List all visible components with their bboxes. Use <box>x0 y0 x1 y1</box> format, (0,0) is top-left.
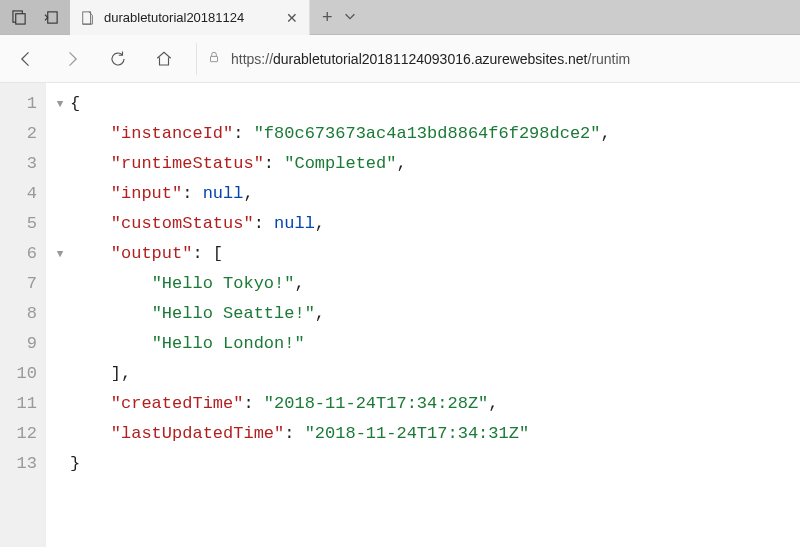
url-text: https://durabletutorial20181124093016.az… <box>231 51 630 67</box>
code-line: "runtimeStatus": "Completed", <box>52 149 800 179</box>
token-str: "Hello Tokyo!" <box>152 269 295 299</box>
code-line: "Hello Seattle!", <box>52 299 800 329</box>
new-tab-icon[interactable]: + <box>322 7 333 28</box>
token-str: "Hello Seattle!" <box>152 299 315 329</box>
json-viewer: 12345678910111213 ▼{ "instanceId": "f80c… <box>0 83 800 547</box>
line-number: 7 <box>0 269 37 299</box>
line-number: 10 <box>0 359 37 389</box>
token-key: "input" <box>111 179 182 209</box>
token-str: "Hello London!" <box>152 329 305 359</box>
token-str: "2018-11-24T17:34:31Z" <box>305 419 529 449</box>
address-bar[interactable]: https://durabletutorial20181124093016.az… <box>196 43 788 75</box>
line-gutter: 12345678910111213 <box>0 83 46 547</box>
nav-toolbar: https://durabletutorial20181124093016.az… <box>0 35 800 83</box>
line-number: 4 <box>0 179 37 209</box>
code-line: "createdTime": "2018-11-24T17:34:28Z", <box>52 389 800 419</box>
token-str: "Completed" <box>284 149 396 179</box>
code-line: } <box>52 449 800 479</box>
refresh-button[interactable] <box>104 45 132 73</box>
token-pun: { <box>70 89 80 119</box>
token-pun: ], <box>111 359 131 389</box>
lock-icon <box>207 50 221 67</box>
line-number: 12 <box>0 419 37 449</box>
token-str: "2018-11-24T17:34:28Z" <box>264 389 488 419</box>
token-nul: null <box>274 209 315 239</box>
token-pun: , <box>294 269 304 299</box>
code-line: ], <box>52 359 800 389</box>
tab-actions: + <box>310 0 369 34</box>
code-area[interactable]: ▼{ "instanceId": "f80c673673ac4a13bd8864… <box>46 83 800 547</box>
fold-toggle-icon[interactable]: ▼ <box>52 239 68 269</box>
browser-tab[interactable]: durabletutorial20181124 ✕ <box>70 0 310 35</box>
code-line: "Hello Tokyo!", <box>52 269 800 299</box>
token-pun: , <box>488 389 498 419</box>
svg-rect-4 <box>211 56 218 61</box>
token-key: "instanceId" <box>111 119 233 149</box>
code-line: "lastUpdatedTime": "2018-11-24T17:34:31Z… <box>52 419 800 449</box>
url-scheme: https:// <box>231 51 273 67</box>
set-aside-tabs-icon[interactable] <box>38 4 64 30</box>
titlebar: durabletutorial20181124 ✕ + <box>0 0 800 35</box>
window-controls <box>0 0 70 34</box>
token-key: "customStatus" <box>111 209 254 239</box>
line-number: 11 <box>0 389 37 419</box>
tabs-aside-icon[interactable] <box>6 4 32 30</box>
line-number: 6 <box>0 239 37 269</box>
token-key: "lastUpdatedTime" <box>111 419 284 449</box>
code-line: ▼ "output": [ <box>52 239 800 269</box>
token-pun: : <box>264 149 284 179</box>
token-pun: , <box>243 179 253 209</box>
line-number: 1 <box>0 89 37 119</box>
code-line: "instanceId": "f80c673673ac4a13bd8864f6f… <box>52 119 800 149</box>
token-pun: : <box>284 419 304 449</box>
line-number: 5 <box>0 209 37 239</box>
code-line: "customStatus": null, <box>52 209 800 239</box>
code-line: ▼{ <box>52 89 800 119</box>
back-button[interactable] <box>12 45 40 73</box>
token-pun: : <box>243 389 263 419</box>
token-pun: , <box>315 209 325 239</box>
svg-rect-2 <box>47 11 56 22</box>
close-tab-icon[interactable]: ✕ <box>283 9 301 27</box>
token-pun: : <box>182 179 202 209</box>
forward-button[interactable] <box>58 45 86 73</box>
svg-rect-1 <box>15 13 24 23</box>
tab-title: durabletutorial20181124 <box>104 10 275 25</box>
line-number: 8 <box>0 299 37 329</box>
token-pun: , <box>396 149 406 179</box>
line-number: 3 <box>0 149 37 179</box>
home-button[interactable] <box>150 45 178 73</box>
line-number: 9 <box>0 329 37 359</box>
tabs-dropdown-icon[interactable] <box>343 9 357 26</box>
code-line: "input": null, <box>52 179 800 209</box>
code-line: "Hello London!" <box>52 329 800 359</box>
token-key: "output" <box>111 239 193 269</box>
token-pun: : <box>254 209 274 239</box>
token-pun: } <box>70 449 80 479</box>
url-path: /runtim <box>588 51 631 67</box>
token-pun: : <box>233 119 253 149</box>
token-pun: : [ <box>192 239 223 269</box>
token-nul: null <box>203 179 244 209</box>
svg-rect-3 <box>83 11 91 23</box>
page-icon <box>80 10 96 26</box>
url-host: durabletutorial20181124093016.azurewebsi… <box>273 51 587 67</box>
token-str: "f80c673673ac4a13bd8864f6f298dce2" <box>254 119 601 149</box>
line-number: 2 <box>0 119 37 149</box>
token-key: "createdTime" <box>111 389 244 419</box>
line-number: 13 <box>0 449 37 479</box>
fold-toggle-icon[interactable]: ▼ <box>52 89 68 119</box>
token-key: "runtimeStatus" <box>111 149 264 179</box>
token-pun: , <box>601 119 611 149</box>
token-pun: , <box>315 299 325 329</box>
